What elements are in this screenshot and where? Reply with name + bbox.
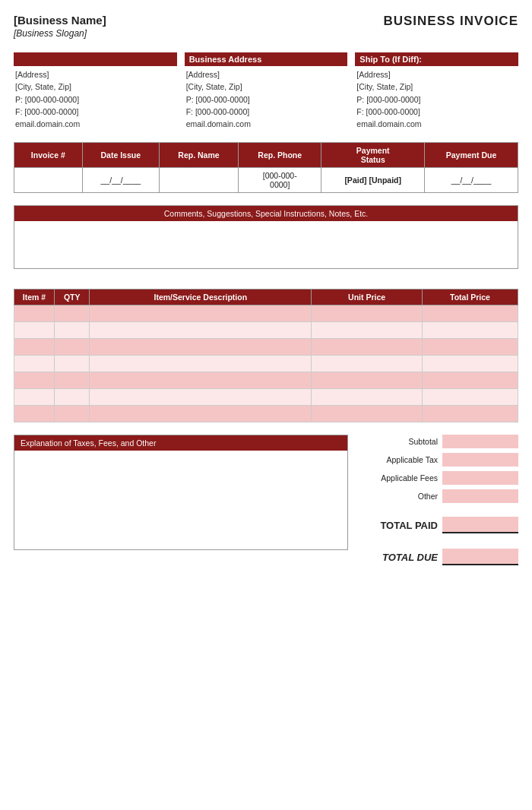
items-table: Item # QTY Item/Service Description Unit… <box>14 289 518 422</box>
paid-unpaid-label: [Paid] [Unpaid] <box>344 176 401 185</box>
cell-unit-3[interactable] <box>312 356 423 372</box>
addr1-phone: P: [000-000-0000] <box>14 93 177 106</box>
cell-item-2[interactable] <box>14 339 55 356</box>
taxes-box: Explanation of Taxes, Fees, and Other <box>14 435 348 550</box>
comments-header: Comments, Suggestions, Special Instructi… <box>14 206 518 221</box>
taxes-header: Explanation of Taxes, Fees, and Other <box>14 435 347 451</box>
table-row <box>14 356 518 372</box>
subtotal-value[interactable] <box>442 435 518 448</box>
taxes-body[interactable] <box>14 451 347 549</box>
payment-status-cell[interactable]: [Paid] [Unpaid] <box>321 168 425 193</box>
cell-qty-1[interactable] <box>55 322 90 339</box>
cell-total-3[interactable] <box>423 356 518 372</box>
col-payment-status: PaymentStatus <box>321 143 425 168</box>
cell-desc-4[interactable] <box>90 372 312 389</box>
col-rep-name: Rep. Name <box>159 143 238 168</box>
address-header-3: Ship To (If Diff): <box>355 52 518 66</box>
rep-phone-cell[interactable]: [000-000-0000] <box>239 168 321 193</box>
cell-desc-2[interactable] <box>90 339 312 356</box>
addr3-email: email.domain.com <box>355 118 518 130</box>
addr3-fax: F: [000-000-0000] <box>355 106 518 118</box>
cell-desc-1[interactable] <box>90 322 312 339</box>
cell-qty-0[interactable] <box>55 305 90 322</box>
addr1-fax: F: [000-000-0000] <box>14 106 177 118</box>
cell-total-4[interactable] <box>423 372 518 389</box>
cell-qty-4[interactable] <box>55 372 90 389</box>
date-issue-cell[interactable]: __/__/____ <box>82 168 159 193</box>
cell-unit-2[interactable] <box>312 339 423 356</box>
cell-unit-1[interactable] <box>312 322 423 339</box>
total-paid-row: TOTAL PAID <box>356 517 518 533</box>
cell-desc-6[interactable] <box>90 406 312 422</box>
business-info: [Business Name] [Business Slogan] <box>14 14 106 39</box>
cell-unit-5[interactable] <box>312 389 423 406</box>
address-section: [Address] [City, State, Zip] P: [000-000… <box>14 52 518 130</box>
cell-desc-0[interactable] <box>90 305 312 322</box>
table-row <box>14 305 518 322</box>
cell-unit-6[interactable] <box>312 406 423 422</box>
col-desc-header: Item/Service Description <box>90 290 312 305</box>
addr1-line2: [City, State, Zip] <box>14 81 177 93</box>
bottom-section: Explanation of Taxes, Fees, and Other Su… <box>14 435 518 565</box>
cell-desc-3[interactable] <box>90 356 312 372</box>
col-invoice-num: Invoice # <box>14 143 83 168</box>
tax-value[interactable] <box>442 453 518 467</box>
col-qty-header: QTY <box>55 290 90 305</box>
tax-row: Applicable Tax <box>356 453 518 467</box>
cell-qty-6[interactable] <box>55 406 90 422</box>
cell-unit-0[interactable] <box>312 305 423 322</box>
cell-total-5[interactable] <box>423 389 518 406</box>
col-payment-due: Payment Due <box>425 143 518 168</box>
invoice-title: BUSINESS INVOICE <box>383 14 518 29</box>
business-name: [Business Name] <box>14 14 106 27</box>
col-item-header: Item # <box>14 290 55 305</box>
fees-value[interactable] <box>442 471 518 485</box>
table-row <box>14 389 518 406</box>
table-row <box>14 372 518 389</box>
cell-total-6[interactable] <box>423 406 518 422</box>
other-label: Other <box>369 492 438 501</box>
total-due-row: TOTAL DUE <box>356 549 518 565</box>
col-rep-phone: Rep. Phone <box>239 143 321 168</box>
comments-body[interactable] <box>14 221 518 268</box>
col-total-header: Total Price <box>423 290 518 305</box>
cell-item-4[interactable] <box>14 372 55 389</box>
invoice-num-cell[interactable] <box>14 168 83 193</box>
header: [Business Name] [Business Slogan] BUSINE… <box>14 14 518 39</box>
address-col-2: Business Address [Address] [City, State,… <box>185 52 348 130</box>
col-unit-header: Unit Price <box>312 290 423 305</box>
address-col-3: Ship To (If Diff): [Address] [City, Stat… <box>355 52 518 130</box>
cell-item-0[interactable] <box>14 305 55 322</box>
cell-unit-4[interactable] <box>312 372 423 389</box>
other-row: Other <box>356 489 518 503</box>
info-table: Invoice # Date Issue Rep. Name Rep. Phon… <box>14 142 518 193</box>
other-value[interactable] <box>442 489 518 503</box>
totals-section: Subtotal Applicable Tax Applicable Fees … <box>356 435 518 565</box>
cell-total-0[interactable] <box>423 305 518 322</box>
payment-due-cell[interactable]: __/__/____ <box>425 168 518 193</box>
cell-desc-5[interactable] <box>90 389 312 406</box>
cell-item-1[interactable] <box>14 322 55 339</box>
cell-total-2[interactable] <box>423 339 518 356</box>
cell-qty-3[interactable] <box>55 356 90 372</box>
cell-item-3[interactable] <box>14 356 55 372</box>
total-due-value[interactable] <box>442 549 518 565</box>
cell-qty-2[interactable] <box>55 339 90 356</box>
info-row: __/__/____ [000-000-0000] [Paid] [Unpaid… <box>14 168 518 193</box>
addr2-phone: P: [000-000-0000] <box>185 93 348 106</box>
fees-row: Applicable Fees <box>356 471 518 485</box>
total-paid-label: TOTAL PAID <box>380 520 438 531</box>
total-due-label: TOTAL DUE <box>382 552 438 563</box>
total-paid-value[interactable] <box>442 517 518 533</box>
fees-label: Applicable Fees <box>369 473 438 483</box>
cell-item-5[interactable] <box>14 389 55 406</box>
cell-item-6[interactable] <box>14 406 55 422</box>
rep-name-cell[interactable] <box>159 168 238 193</box>
subtotal-label: Subtotal <box>369 437 438 446</box>
table-row <box>14 322 518 339</box>
cell-qty-5[interactable] <box>55 389 90 406</box>
cell-total-1[interactable] <box>423 322 518 339</box>
addr2-line1: [Address] <box>185 68 348 81</box>
comments-section: Comments, Suggestions, Special Instructi… <box>14 205 518 269</box>
total-paid-section: TOTAL PAID <box>356 517 518 533</box>
